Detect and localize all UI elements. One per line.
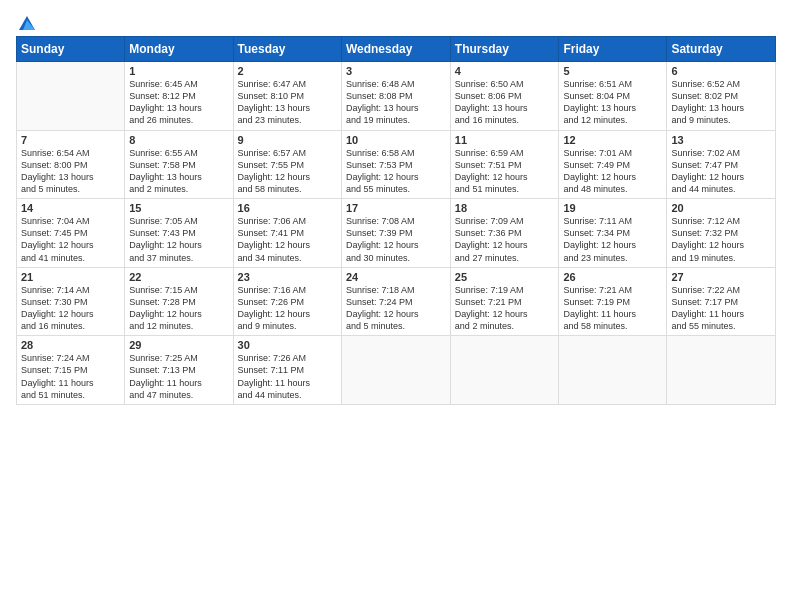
day-number: 20 xyxy=(671,202,771,214)
day-content: Sunrise: 7:19 AMSunset: 7:21 PMDaylight:… xyxy=(455,284,555,333)
table-row: 13Sunrise: 7:02 AMSunset: 7:47 PMDayligh… xyxy=(667,130,776,199)
day-number: 14 xyxy=(21,202,120,214)
day-number: 10 xyxy=(346,134,446,146)
day-number: 23 xyxy=(238,271,337,283)
day-number: 29 xyxy=(129,339,228,351)
table-row: 30Sunrise: 7:26 AMSunset: 7:11 PMDayligh… xyxy=(233,336,341,405)
col-friday: Friday xyxy=(559,37,667,62)
day-content: Sunrise: 6:45 AMSunset: 8:12 PMDaylight:… xyxy=(129,78,228,127)
day-content: Sunrise: 7:11 AMSunset: 7:34 PMDaylight:… xyxy=(563,215,662,264)
table-row: 15Sunrise: 7:05 AMSunset: 7:43 PMDayligh… xyxy=(125,199,233,268)
table-row: 9Sunrise: 6:57 AMSunset: 7:55 PMDaylight… xyxy=(233,130,341,199)
day-content: Sunrise: 6:47 AMSunset: 8:10 PMDaylight:… xyxy=(238,78,337,127)
day-number: 13 xyxy=(671,134,771,146)
table-row: 27Sunrise: 7:22 AMSunset: 7:17 PMDayligh… xyxy=(667,267,776,336)
table-row: 7Sunrise: 6:54 AMSunset: 8:00 PMDaylight… xyxy=(17,130,125,199)
day-content: Sunrise: 7:01 AMSunset: 7:49 PMDaylight:… xyxy=(563,147,662,196)
table-row xyxy=(450,336,559,405)
table-row: 1Sunrise: 6:45 AMSunset: 8:12 PMDaylight… xyxy=(125,62,233,131)
day-content: Sunrise: 7:04 AMSunset: 7:45 PMDaylight:… xyxy=(21,215,120,264)
table-row xyxy=(667,336,776,405)
table-row: 18Sunrise: 7:09 AMSunset: 7:36 PMDayligh… xyxy=(450,199,559,268)
calendar-week-row: 28Sunrise: 7:24 AMSunset: 7:15 PMDayligh… xyxy=(17,336,776,405)
table-row: 12Sunrise: 7:01 AMSunset: 7:49 PMDayligh… xyxy=(559,130,667,199)
calendar-week-row: 21Sunrise: 7:14 AMSunset: 7:30 PMDayligh… xyxy=(17,267,776,336)
table-row: 24Sunrise: 7:18 AMSunset: 7:24 PMDayligh… xyxy=(341,267,450,336)
day-number: 9 xyxy=(238,134,337,146)
table-row: 16Sunrise: 7:06 AMSunset: 7:41 PMDayligh… xyxy=(233,199,341,268)
day-number: 26 xyxy=(563,271,662,283)
day-number: 12 xyxy=(563,134,662,146)
col-tuesday: Tuesday xyxy=(233,37,341,62)
table-row: 19Sunrise: 7:11 AMSunset: 7:34 PMDayligh… xyxy=(559,199,667,268)
day-content: Sunrise: 6:59 AMSunset: 7:51 PMDaylight:… xyxy=(455,147,555,196)
day-content: Sunrise: 7:08 AMSunset: 7:39 PMDaylight:… xyxy=(346,215,446,264)
day-number: 8 xyxy=(129,134,228,146)
day-number: 5 xyxy=(563,65,662,77)
day-number: 24 xyxy=(346,271,446,283)
day-content: Sunrise: 6:51 AMSunset: 8:04 PMDaylight:… xyxy=(563,78,662,127)
col-sunday: Sunday xyxy=(17,37,125,62)
table-row: 23Sunrise: 7:16 AMSunset: 7:26 PMDayligh… xyxy=(233,267,341,336)
day-number: 7 xyxy=(21,134,120,146)
table-row: 11Sunrise: 6:59 AMSunset: 7:51 PMDayligh… xyxy=(450,130,559,199)
day-content: Sunrise: 7:15 AMSunset: 7:28 PMDaylight:… xyxy=(129,284,228,333)
table-row: 6Sunrise: 6:52 AMSunset: 8:02 PMDaylight… xyxy=(667,62,776,131)
day-number: 27 xyxy=(671,271,771,283)
day-content: Sunrise: 7:05 AMSunset: 7:43 PMDaylight:… xyxy=(129,215,228,264)
day-number: 1 xyxy=(129,65,228,77)
table-row: 25Sunrise: 7:19 AMSunset: 7:21 PMDayligh… xyxy=(450,267,559,336)
day-number: 17 xyxy=(346,202,446,214)
calendar-week-row: 14Sunrise: 7:04 AMSunset: 7:45 PMDayligh… xyxy=(17,199,776,268)
day-content: Sunrise: 6:58 AMSunset: 7:53 PMDaylight:… xyxy=(346,147,446,196)
day-content: Sunrise: 6:54 AMSunset: 8:00 PMDaylight:… xyxy=(21,147,120,196)
day-content: Sunrise: 7:24 AMSunset: 7:15 PMDaylight:… xyxy=(21,352,120,401)
day-number: 22 xyxy=(129,271,228,283)
col-monday: Monday xyxy=(125,37,233,62)
calendar-header-row: Sunday Monday Tuesday Wednesday Thursday… xyxy=(17,37,776,62)
day-number: 18 xyxy=(455,202,555,214)
table-row: 8Sunrise: 6:55 AMSunset: 7:58 PMDaylight… xyxy=(125,130,233,199)
table-row xyxy=(341,336,450,405)
day-number: 25 xyxy=(455,271,555,283)
day-content: Sunrise: 7:18 AMSunset: 7:24 PMDaylight:… xyxy=(346,284,446,333)
day-number: 4 xyxy=(455,65,555,77)
logo xyxy=(16,16,37,30)
day-content: Sunrise: 6:50 AMSunset: 8:06 PMDaylight:… xyxy=(455,78,555,127)
col-thursday: Thursday xyxy=(450,37,559,62)
table-row: 20Sunrise: 7:12 AMSunset: 7:32 PMDayligh… xyxy=(667,199,776,268)
day-number: 19 xyxy=(563,202,662,214)
day-number: 11 xyxy=(455,134,555,146)
col-saturday: Saturday xyxy=(667,37,776,62)
col-wednesday: Wednesday xyxy=(341,37,450,62)
day-content: Sunrise: 6:55 AMSunset: 7:58 PMDaylight:… xyxy=(129,147,228,196)
page: Sunday Monday Tuesday Wednesday Thursday… xyxy=(0,0,792,612)
table-row: 22Sunrise: 7:15 AMSunset: 7:28 PMDayligh… xyxy=(125,267,233,336)
logo-icon xyxy=(17,14,37,34)
table-row: 14Sunrise: 7:04 AMSunset: 7:45 PMDayligh… xyxy=(17,199,125,268)
day-content: Sunrise: 7:06 AMSunset: 7:41 PMDaylight:… xyxy=(238,215,337,264)
table-row: 4Sunrise: 6:50 AMSunset: 8:06 PMDaylight… xyxy=(450,62,559,131)
day-content: Sunrise: 7:09 AMSunset: 7:36 PMDaylight:… xyxy=(455,215,555,264)
table-row: 5Sunrise: 6:51 AMSunset: 8:04 PMDaylight… xyxy=(559,62,667,131)
calendar-week-row: 7Sunrise: 6:54 AMSunset: 8:00 PMDaylight… xyxy=(17,130,776,199)
header xyxy=(16,12,776,30)
table-row: 10Sunrise: 6:58 AMSunset: 7:53 PMDayligh… xyxy=(341,130,450,199)
calendar-week-row: 1Sunrise: 6:45 AMSunset: 8:12 PMDaylight… xyxy=(17,62,776,131)
day-number: 28 xyxy=(21,339,120,351)
day-number: 16 xyxy=(238,202,337,214)
table-row: 17Sunrise: 7:08 AMSunset: 7:39 PMDayligh… xyxy=(341,199,450,268)
calendar-table: Sunday Monday Tuesday Wednesday Thursday… xyxy=(16,36,776,405)
table-row: 2Sunrise: 6:47 AMSunset: 8:10 PMDaylight… xyxy=(233,62,341,131)
day-content: Sunrise: 6:48 AMSunset: 8:08 PMDaylight:… xyxy=(346,78,446,127)
day-content: Sunrise: 7:14 AMSunset: 7:30 PMDaylight:… xyxy=(21,284,120,333)
day-content: Sunrise: 7:16 AMSunset: 7:26 PMDaylight:… xyxy=(238,284,337,333)
table-row: 28Sunrise: 7:24 AMSunset: 7:15 PMDayligh… xyxy=(17,336,125,405)
day-number: 6 xyxy=(671,65,771,77)
day-content: Sunrise: 7:25 AMSunset: 7:13 PMDaylight:… xyxy=(129,352,228,401)
day-content: Sunrise: 6:52 AMSunset: 8:02 PMDaylight:… xyxy=(671,78,771,127)
day-content: Sunrise: 7:22 AMSunset: 7:17 PMDaylight:… xyxy=(671,284,771,333)
table-row xyxy=(17,62,125,131)
table-row: 29Sunrise: 7:25 AMSunset: 7:13 PMDayligh… xyxy=(125,336,233,405)
day-content: Sunrise: 6:57 AMSunset: 7:55 PMDaylight:… xyxy=(238,147,337,196)
